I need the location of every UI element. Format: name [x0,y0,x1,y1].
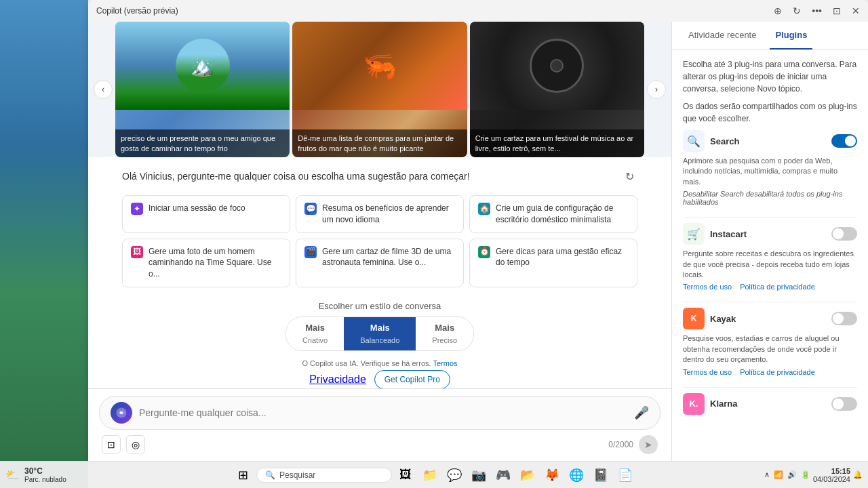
more-options-button[interactable]: ••• [812,5,822,16]
taskbar-browser-icon[interactable]: 🦊 [541,464,563,486]
weather-info: 30°C Parc. nublado [24,466,66,483]
greeting-text: Olá Vinicius, pergunte-me qualquer coisa… [122,171,470,182]
instacart-plugin-name: Instacart [710,229,747,239]
refresh-suggestions-button[interactable]: ↻ [621,168,637,184]
screenshot-tool-button[interactable]: ⊡ [102,435,121,454]
tab-recent-activity[interactable]: Atividade recente [683,22,762,49]
sidebar-description-1: Escolha até 3 plug-ins para uma conversa… [683,58,857,95]
suggestion-card[interactable]: 🎬 Gere um cartaz de filme 3D de uma astr… [296,239,464,287]
split-view-button[interactable]: ⊡ [833,5,841,16]
style-balanced-button[interactable]: Mais Balanceado [344,317,416,350]
title-bar: Copilot (versão prévia) ⊕ ↻ ••• ⊡ ✕ [88,0,868,22]
tray-volume-icon[interactable]: 🔊 [787,470,797,479]
microphone-icon[interactable]: 🎤 [634,405,649,420]
kayak-plugin-description: Pesquise voos, estadias e carros de alug… [683,333,857,365]
suggestions-grid: ✦ Iniciar uma sessão de foco 💬 Resuma os… [122,195,637,287]
suggestion-icon: 🖼 [131,246,143,258]
suggestion-icon: 🎬 [304,246,317,258]
ai-notice-text: O Copilot usa IA. Verifique se há erros. [302,359,431,367]
style-creative-button[interactable]: Mais Criativo [286,317,344,350]
weather-condition: Parc. nublado [24,476,66,483]
taskbar-files-icon[interactable]: 📁 [419,464,441,486]
tray-network-icon[interactable]: 📶 [774,470,783,479]
divider [683,217,857,218]
taskbar-word-icon[interactable]: 📄 [614,464,636,486]
instacart-privacy-link[interactable]: Política de privacidade [740,283,815,291]
taskbar-chat-icon[interactable]: 💬 [443,464,465,486]
suggestion-icon: ✦ [131,203,143,215]
taskbar-onenote-icon[interactable]: 📓 [590,464,612,486]
style-creative-sub: Criativo [302,336,328,345]
ar-tool-button[interactable]: ◎ [126,435,145,454]
close-button[interactable]: ✕ [852,5,860,16]
music-visual [530,39,584,93]
clock-date: 04/03/2024 [813,475,850,483]
send-button[interactable]: ➤ [639,435,658,454]
new-tab-button[interactable]: ⊕ [774,5,782,16]
input-row: 🎤 [99,396,660,430]
plugin-instacart-header: 🛒 Instacart [683,223,857,245]
carousel-item[interactable]: Crie um cartaz para um festival de músic… [470,22,644,157]
plugin-search: 🔍 Search Aprimore sua pesquisa com o pod… [683,130,857,206]
carousel-caption: preciso de um presente para o meu amigo … [115,129,290,157]
tray-battery-icon[interactable]: 🔋 [801,470,810,479]
content-area: ‹ 🏔️ preciso de um presente para o meu a… [88,22,868,461]
carousel-next-button[interactable]: › [647,80,666,99]
windows-start-button[interactable]: ⊞ [232,464,254,486]
suggestion-card[interactable]: ⏰ Gere dicas para uma gestão eficaz do t… [469,239,637,287]
style-precise-button[interactable]: Mais Preciso [416,317,473,350]
refresh-button[interactable]: ↻ [793,5,801,16]
suggestion-icon: 🏠 [478,203,490,215]
instacart-terms-link[interactable]: Termos de uso [683,283,732,291]
plugin-kayak-header: K Kayak [683,308,857,329]
suggestion-card[interactable]: ✦ Iniciar uma sessão de foco [122,195,290,233]
kayak-plugin-toggle[interactable] [831,312,857,325]
taskbar-search[interactable]: 🔍 Pesquisar [256,468,392,483]
terms-link[interactable]: Termos [433,359,457,367]
search-plugin-description: Aprimore sua pesquisa com o poder da Web… [683,156,857,187]
style-precise-main: Mais [435,323,454,334]
conversation-style-section: Escolher um estilo de conversa Mais Cria… [122,301,637,351]
privacy-row: Privacidade Get Copilot Pro [309,370,450,388]
suggestion-text: Gere dicas para uma gestão eficaz do tem… [496,246,629,269]
input-bottom-row: ⊡ ◎ 0/2000 ➤ [99,435,660,454]
tab-plugins[interactable]: Plugins [770,22,812,49]
weather-widget[interactable]: ⛅ [5,468,19,481]
privacy-link[interactable]: Privacidade [309,373,366,386]
taskbar-gallery-icon[interactable]: 🖼 [395,464,416,486]
notifications-icon[interactable]: 🔔 [853,470,863,479]
klarna-plugin-icon: K. [683,393,705,415]
desktop-background [0,0,88,488]
klarna-plugin-toggle[interactable] [831,397,857,411]
chat-input[interactable] [139,407,627,418]
tray-chevron-icon[interactable]: ∧ [764,470,770,479]
carousel-item[interactable]: 🏔️ preciso de um presente para o meu ami… [115,22,290,157]
taskbar-edge-icon[interactable]: 🌐 [566,464,587,486]
get-copilot-pro-button[interactable]: Get Copilot Pro [374,370,450,388]
suggestion-text: Gere um cartaz de filme 3D de uma astron… [322,246,455,269]
taskbar-game-icon[interactable]: 🎮 [492,464,514,486]
carousel-item[interactable]: 🦐 Dê-me uma lista de compras para um jan… [292,22,467,157]
char-count-send: 0/2000 ➤ [608,435,658,454]
carousel-prev-button[interactable]: ‹ [94,80,113,99]
conversation-style-label: Escolher um estilo de conversa [122,301,637,311]
search-plugin-toggle[interactable] [831,134,857,148]
taskbar-folder-icon[interactable]: 📂 [517,464,538,486]
instacart-plugin-toggle[interactable] [831,227,857,241]
plugin-kayak-left: K Kayak [683,308,736,329]
kayak-privacy-link[interactable]: Política de privacidade [740,368,815,376]
plugin-instacart: 🛒 Instacart Pergunte sobre receitas e de… [683,223,857,291]
taskbar-camera-icon[interactable]: 📷 [468,464,490,486]
conversation-style-buttons: Mais Criativo Mais Balanceado Mais Preci… [285,317,474,351]
greeting-row: Olá Vinicius, pergunte-me qualquer coisa… [122,168,637,184]
suggestion-card[interactable]: 🖼 Gere uma foto de um homem caminhando n… [122,239,290,287]
style-precise-sub: Preciso [432,336,457,345]
taskbar-right: ∧ 📶 🔊 🔋 15:15 04/03/2024 🔔 [764,467,863,483]
kayak-terms-link[interactable]: Termos de uso [683,368,732,376]
suggestion-card[interactable]: 🏠 Crie um guia de configuração de escrit… [469,195,637,233]
carousel-caption: Crie um cartaz para um festival de músic… [470,129,644,157]
suggestion-card[interactable]: 💬 Resuma os benefícios de aprender um no… [296,195,464,233]
plugin-search-header: 🔍 Search [683,130,857,152]
time-display[interactable]: 15:15 04/03/2024 [813,467,850,483]
input-area: 🎤 ⊡ ◎ 0/2000 ➤ [88,388,671,461]
